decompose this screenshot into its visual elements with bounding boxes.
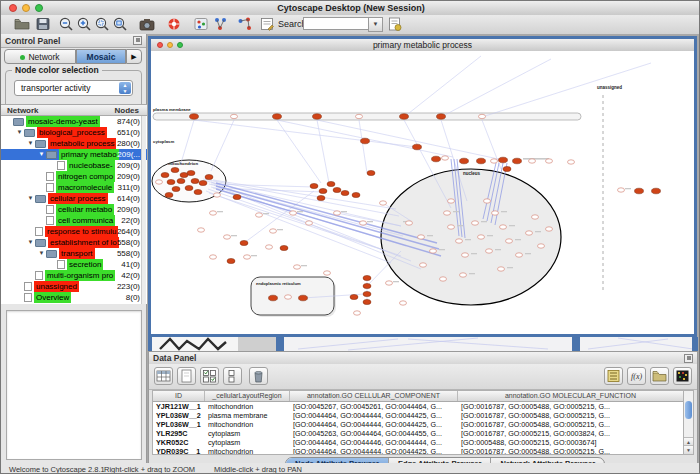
tree-row[interactable]: macromolecule 311(0) <box>1 182 147 193</box>
tree-row[interactable]: ▼primary metabo 209(... <box>1 149 147 160</box>
matrix-view-icon[interactable] <box>673 367 692 385</box>
zoom-in-icon[interactable] <box>75 16 93 32</box>
select-attributes-icon[interactable] <box>200 367 219 385</box>
cell-region: cytoplasm <box>205 429 290 438</box>
cell-cellular-component: [GO:0044464, GO:0044444, GO:0044425, G..… <box>290 447 458 455</box>
table-row[interactable]: YPL036W__1 mitochondrion [GO:0044464, GO… <box>153 420 686 429</box>
status-bar: Welcome to Cytoscape 2.8.1 Right-click +… <box>1 463 700 474</box>
column-header-cellular-component: annotation.GO CELLULAR_COMPONENT <box>290 391 458 401</box>
tree-node-icon <box>46 183 54 192</box>
tree-row[interactable]: nitrogen compo 209(0) <box>1 171 147 182</box>
status-welcome: Welcome to Cytoscape 2.8.1 <box>9 465 105 474</box>
tree-row-label: cellular process <box>48 193 108 204</box>
tree-row[interactable]: mosaic-demo-yeast 874(0) <box>1 116 147 127</box>
tree-row-node-count: 311(0) <box>117 182 140 193</box>
cell-region: plasma membrane <box>205 411 290 420</box>
node-color-selection-label: Node color selection <box>12 65 102 75</box>
tree-row[interactable]: ▼transport 558(0) <box>1 248 147 259</box>
cell-id: YDR039C__1 <box>153 447 205 455</box>
attribute-table[interactable]: ID _cellularLayoutRegion annotation.GO C… <box>152 390 687 455</box>
attribute-table-header[interactable]: ID _cellularLayoutRegion annotation.GO C… <box>153 391 686 402</box>
tree-expand-arrow-icon[interactable]: ▼ <box>26 193 35 204</box>
table-row[interactable]: YDR039C__1 mitochondrion [GO:0044464, GO… <box>153 447 686 455</box>
delete-attribute-icon[interactable] <box>249 367 268 385</box>
tree-row[interactable]: Overview 8(0) <box>1 292 147 303</box>
layout-1-icon[interactable] <box>212 16 230 32</box>
tree-row[interactable]: secretion 41(0) <box>1 259 147 270</box>
tree-row[interactable]: cellular metabo 209(0) <box>1 204 147 215</box>
formula-icon[interactable]: f(x) <box>627 367 646 385</box>
search-dropdown-icon[interactable]: ▼ <box>368 17 383 32</box>
birds-eye-view[interactable] <box>6 310 142 460</box>
tree-row[interactable]: nucleobase- 209(0) <box>1 160 147 171</box>
tree-expand-arrow-icon[interactable]: ▼ <box>26 237 35 248</box>
attribute-table-icon[interactable] <box>154 367 173 385</box>
table-scrollbar[interactable]: ▲ ▼ <box>683 390 694 455</box>
control-panel: Control Panel Network Mosaic ▶ Node colo… <box>1 34 147 463</box>
tiled-windows-strip[interactable] <box>148 337 698 351</box>
attribute-list-icon[interactable] <box>604 367 623 385</box>
tree-row-label: metabolic process <box>48 138 116 149</box>
main-toolbar: Search: ▼ <box>1 15 700 35</box>
table-row[interactable]: YKR052C cytoplasm [GO:0044464, GO:004444… <box>153 438 686 447</box>
tree-row-label: cellular metabo <box>56 204 114 215</box>
search-input[interactable] <box>303 17 371 30</box>
tree-row-label: secretion <box>67 259 103 270</box>
tree-node-icon <box>13 118 24 126</box>
save-icon[interactable] <box>34 16 52 32</box>
tree-row[interactable]: multi-organism pro 42(0) <box>1 270 147 281</box>
nucleus-region <box>381 169 561 305</box>
tree-expand-arrow-icon[interactable]: ▼ <box>37 149 46 160</box>
vizmapper-icon[interactable] <box>192 16 210 32</box>
tree-row-node-count: 209(0) <box>117 204 140 215</box>
tree-expand-arrow-icon[interactable]: ▼ <box>15 127 24 138</box>
tree-scrollbar[interactable] <box>141 116 146 304</box>
tree-row-node-count: 558(0) <box>117 248 140 259</box>
annotation-icon[interactable] <box>258 16 276 32</box>
tree-row[interactable]: unassigned 223(0) <box>1 281 147 292</box>
open-file-icon[interactable] <box>13 16 31 32</box>
data-panel: Data Panel f(x) <box>148 351 698 465</box>
tree-row[interactable]: ▼establishment of lo 558(0) <box>1 237 147 248</box>
tree-row[interactable]: ▼cellular process 614(0) <box>1 193 147 204</box>
import-attributes-icon[interactable] <box>650 367 669 385</box>
tree-expand-arrow-icon[interactable]: ▼ <box>26 138 35 149</box>
unselect-attributes-icon[interactable] <box>223 367 242 385</box>
tree-row[interactable]: cell communica 22(0) <box>1 215 147 226</box>
table-row[interactable]: YLR295C cytoplasm [GO:0045263, GO:004446… <box>153 429 686 438</box>
tree-expand-arrow-icon[interactable]: ▼ <box>37 248 46 259</box>
tree-row[interactable]: ▼biological_process 651(0) <box>1 127 147 138</box>
tree-node-icon <box>46 205 54 214</box>
tree-row-label: cell communica <box>56 215 115 226</box>
scroll-down-arrow[interactable]: ▼ <box>684 445 693 454</box>
cell-cellular-component: [GO:0045263, GO:0044464, GO:0044455, G..… <box>290 429 458 438</box>
svg-text:f(x): f(x) <box>631 372 642 381</box>
tab-network[interactable]: Network <box>4 49 76 64</box>
new-attribute-icon[interactable] <box>177 367 196 385</box>
tree-node-icon <box>57 161 65 170</box>
layout-2-icon[interactable] <box>236 16 254 32</box>
tab-mosaic[interactable]: Mosaic <box>76 49 126 64</box>
status-pan-hint: Middle-click + drag to PAN <box>214 465 302 474</box>
table-row[interactable]: YJR121W__1 mitochondrion [GO:0045267, GO… <box>153 402 686 411</box>
tree-row-label: nucleobase- <box>67 160 115 171</box>
tree-row[interactable]: ▼metabolic process 280(0) <box>1 138 147 149</box>
table-scrollbar-thumb[interactable] <box>685 401 692 419</box>
node-color-dropdown[interactable]: transporter activity ▲▼ <box>14 80 133 96</box>
cell-id: YPL036W__2 <box>153 411 205 420</box>
tree-row-node-count: 223(0) <box>117 281 140 292</box>
data-panel-float-icon[interactable] <box>684 354 693 363</box>
column-header-id: ID <box>153 391 205 401</box>
float-panel-icon[interactable] <box>133 36 142 45</box>
zoom-out-icon[interactable] <box>57 16 75 32</box>
zoom-selected-icon[interactable] <box>93 16 111 32</box>
network-canvas[interactable]: unassigned plasma membrane cytoplasm mit… <box>151 51 694 334</box>
table-row[interactable]: YPL036W__2 plasma membrane [GO:0044464, … <box>153 411 686 420</box>
network-tab-icon <box>20 55 25 60</box>
tab-overflow-arrow[interactable]: ▶ <box>126 49 142 64</box>
help-icon[interactable] <box>165 16 183 32</box>
tree-row[interactable]: response to stimulu 264(0) <box>1 226 147 237</box>
zoom-fit-icon[interactable] <box>111 16 129 32</box>
snapshot-icon[interactable] <box>138 16 156 32</box>
index-icon[interactable] <box>386 16 404 32</box>
